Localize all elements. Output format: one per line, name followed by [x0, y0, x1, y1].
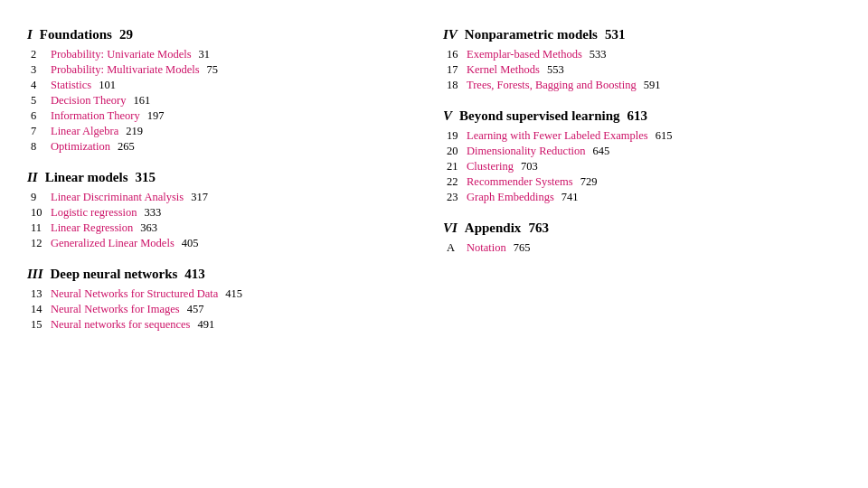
chapter-entry: 12Generalized Linear Models405	[27, 237, 416, 250]
section-title: Appendix	[465, 221, 522, 236]
chapter-title: Probability: Univariate Models	[51, 48, 192, 61]
section-page: 763	[528, 221, 549, 236]
chapter-entry: 17Kernel Methods553	[443, 63, 841, 77]
chapter-title: Trees, Forests, Bagging and Boosting	[467, 79, 637, 92]
chapter-title: Decision Theory	[51, 94, 126, 108]
chapter-title: Recommender Systems	[467, 175, 573, 189]
chapter-entry: 2Probability: Univariate Models31	[27, 48, 416, 61]
chapter-title: Probability: Multivariate Models	[51, 63, 200, 77]
chapter-page: 615	[656, 129, 673, 143]
chapter-title: Learning with Fewer Labeled Examples	[467, 129, 648, 143]
section-title: Foundations	[40, 27, 112, 42]
chapter-title: Exemplar-based Methods	[467, 48, 582, 61]
chapter-num: 2	[31, 48, 51, 61]
chapter-page: 161	[133, 94, 150, 108]
chapter-entry: ANotation765	[443, 241, 841, 255]
section-header: VBeyond supervised learning613	[443, 108, 841, 124]
chapter-entry: 19Learning with Fewer Labeled Examples61…	[443, 129, 841, 143]
chapter-entry: 13Neural Networks for Structured Data415	[27, 287, 416, 301]
chapter-num: 17	[447, 63, 467, 77]
chapter-num: 13	[31, 287, 51, 301]
chapter-title: Linear Algebra	[51, 125, 118, 138]
chapter-entry: 18Trees, Forests, Bagging and Boosting59…	[443, 79, 841, 92]
chapter-num: 19	[447, 129, 467, 143]
section-header: VIAppendix763	[443, 221, 841, 236]
chapter-entry: 7Linear Algebra219	[27, 125, 416, 138]
chapter-page: 405	[182, 237, 199, 250]
chapter-page: 415	[225, 287, 242, 301]
chapter-page: 101	[99, 79, 116, 92]
chapter-page: 75	[207, 63, 219, 77]
chapter-num: A	[447, 241, 467, 255]
chapter-title: Information Theory	[51, 109, 140, 123]
chapter-num: 18	[447, 79, 467, 92]
chapter-num: 3	[31, 63, 51, 77]
chapter-page: 197	[147, 109, 165, 123]
chapter-title: Linear Discriminant Analysis	[51, 191, 184, 204]
chapter-entry: 15Neural networks for sequences491	[27, 318, 416, 332]
chapter-page: 729	[580, 175, 598, 189]
chapter-page: 553	[547, 63, 564, 77]
chapter-entry: 14Neural Networks for Images457	[27, 303, 416, 316]
section-header: IIIDeep neural networks413	[27, 267, 416, 282]
section-header: IFoundations29	[27, 27, 416, 42]
section-title: Deep neural networks	[51, 267, 178, 282]
chapter-entry: 9Linear Discriminant Analysis317	[27, 191, 416, 204]
chapter-title: Linear Regression	[51, 221, 133, 235]
chapter-num: 23	[447, 191, 467, 204]
section-page: 413	[184, 267, 205, 282]
section-block: IIIDeep neural networks41313Neural Netwo…	[27, 267, 416, 332]
chapter-page: 533	[590, 48, 607, 61]
chapter-page: 491	[197, 318, 214, 332]
chapter-entry: 10Logistic regression333	[27, 206, 416, 220]
chapter-page: 219	[126, 125, 143, 138]
chapter-entry: 3Probability: Multivariate Models75	[27, 63, 416, 77]
chapter-entry: 21Clustering703	[443, 160, 841, 174]
chapter-num: 10	[31, 206, 51, 220]
chapter-entry: 20Dimensionality Reduction645	[443, 145, 841, 158]
chapter-title: Neural Networks for Structured Data	[51, 287, 218, 301]
section-roman: V	[443, 108, 452, 124]
chapter-page: 457	[187, 303, 204, 316]
chapter-entry: 16Exemplar-based Methods533	[443, 48, 841, 61]
chapter-title: Kernel Methods	[467, 63, 540, 77]
section-page: 315	[136, 170, 156, 185]
col-left: IFoundations292Probability: Univariate M…	[27, 27, 434, 348]
chapter-num: 12	[31, 237, 51, 250]
section-header: IILinear models315	[27, 170, 416, 185]
section-block: VBeyond supervised learning61319Learning…	[443, 108, 841, 204]
chapter-title: Graph Embeddings	[467, 191, 554, 204]
chapter-num: 6	[31, 109, 51, 123]
chapter-title: Optimization	[51, 140, 110, 154]
chapter-title: Statistics	[51, 79, 91, 92]
chapter-entry: 23Graph Embeddings741	[443, 191, 841, 204]
chapter-entry: 5Decision Theory161	[27, 94, 416, 108]
section-roman: III	[27, 267, 43, 282]
chapter-page: 363	[140, 221, 157, 235]
section-title: Beyond supervised learning	[459, 108, 620, 124]
section-block: IFoundations292Probability: Univariate M…	[27, 27, 416, 154]
chapter-page: 645	[593, 145, 610, 158]
section-block: IVNonparametric models53116Exemplar-base…	[443, 27, 841, 92]
section-title: Linear models	[45, 170, 128, 185]
chapter-num: 8	[31, 140, 51, 154]
chapter-entry: 4Statistics101	[27, 79, 416, 92]
chapter-num: 15	[31, 318, 51, 332]
chapter-num: 5	[31, 94, 51, 108]
chapter-entry: 8Optimization265	[27, 140, 416, 154]
chapter-page: 741	[561, 191, 579, 204]
chapter-title: Logistic regression	[51, 206, 137, 220]
chapter-num: 14	[31, 303, 51, 316]
section-roman: I	[27, 27, 33, 42]
chapter-num: 20	[447, 145, 467, 158]
chapter-page: 765	[514, 241, 531, 255]
chapter-num: 22	[447, 175, 467, 189]
chapter-num: 4	[31, 79, 51, 92]
section-page: 613	[627, 108, 648, 124]
toc-container: IFoundations292Probability: Univariate M…	[27, 27, 841, 348]
chapter-entry: 22Recommender Systems729	[443, 175, 841, 189]
col-right: IVNonparametric models53116Exemplar-base…	[434, 27, 841, 348]
section-roman: VI	[443, 221, 458, 236]
chapter-title: Dimensionality Reduction	[467, 145, 586, 158]
section-title: Nonparametric models	[465, 27, 598, 42]
